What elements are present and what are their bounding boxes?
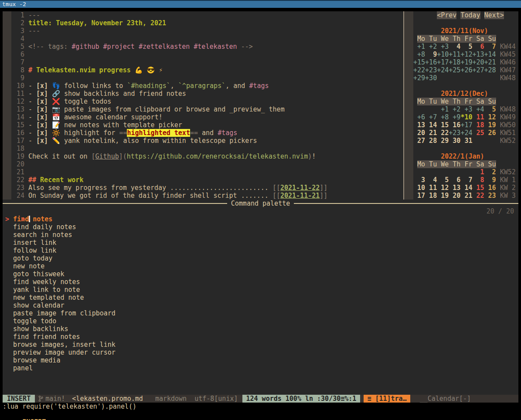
palette-prompt[interactable]: > 20 / 20	[3, 207, 518, 215]
palette-item[interactable]: browse images, insert link	[3, 341, 518, 349]
editor-line[interactable]: 21	[3, 168, 403, 176]
calendar-day[interactable]: +3	[437, 43, 449, 51]
calendar-day[interactable]: 30	[449, 137, 460, 145]
calendar-day[interactable]: 12	[484, 113, 496, 121]
calendar-day[interactable]: +13	[472, 51, 484, 58]
calendar-today-button[interactable]: Today	[460, 11, 480, 19]
editor-line[interactable]: 13- [x] 📷 paste images from clipboard or…	[3, 105, 403, 113]
calendar-day[interactable]: +4	[472, 105, 484, 113]
editor-line[interactable]: 6	[3, 51, 403, 58]
calendar-day[interactable]: 21	[460, 192, 472, 200]
editor-line[interactable]: 16- [x] 🔆 highlight for ==highlighted te…	[3, 129, 403, 137]
calendar-day[interactable]: +2	[449, 105, 460, 113]
calendar-day[interactable]: 10	[413, 184, 425, 192]
calendar-day[interactable]: +22	[413, 66, 425, 74]
command-palette-window[interactable]: Command palette > 20 / 20 > find notes f…	[3, 200, 518, 395]
note-link[interactable]: 2021-11-22	[280, 184, 320, 192]
command-line[interactable]: :lua require('telekasten').panel()	[3, 403, 518, 410]
palette-item[interactable]: find friend notes	[3, 333, 518, 341]
calendar-day[interactable]: 25	[472, 129, 484, 137]
editor-line[interactable]: 22## Recent work	[3, 176, 403, 184]
calendar-window[interactable]: <Prev Today Next> 2021/11(Nov) Mo Tu We …	[404, 11, 518, 200]
calendar-day[interactable]: 5	[437, 176, 449, 184]
tab-indicator[interactable]: ≡ [11]tra…	[364, 395, 410, 403]
calendar-day[interactable]: 15	[437, 121, 449, 129]
calendar-day[interactable]: 8	[472, 176, 484, 184]
calendar-day[interactable]: +9	[449, 113, 460, 121]
calendar-day[interactable]: 2	[484, 168, 496, 176]
calendar-day[interactable]: 17	[413, 192, 425, 200]
calendar-day[interactable]: +14	[484, 51, 496, 58]
calendar-day[interactable]: +17	[437, 58, 449, 66]
palette-item[interactable]: browse media	[3, 356, 518, 364]
calendar-day[interactable]: 14	[425, 121, 437, 129]
palette-item[interactable]: yank link to note	[3, 286, 518, 294]
editor-line[interactable]: 23Also see my progress from yesterday ..…	[3, 184, 403, 192]
editor-line[interactable]: 4	[3, 35, 403, 43]
palette-item[interactable]: goto thisweek	[3, 270, 518, 278]
calendar-day[interactable]: 29	[437, 137, 449, 145]
calendar-day[interactable]: +21	[484, 58, 496, 66]
calendar-day[interactable]: 21	[425, 129, 437, 137]
calendar-day[interactable]: +18	[449, 58, 460, 66]
calendar-day[interactable]: *10	[460, 113, 472, 121]
inactive-window-label[interactable]: __Calendar[-]	[420, 395, 471, 403]
calendar-day[interactable]: 7	[484, 43, 496, 51]
calendar-day[interactable]: +24	[460, 129, 472, 137]
note-link[interactable]: Github	[95, 152, 119, 160]
palette-item[interactable]: search in notes	[3, 231, 518, 239]
calendar-day[interactable]: +8	[437, 113, 449, 121]
palette-item[interactable]: show calendar	[3, 301, 518, 309]
calendar-day[interactable]: +28	[484, 66, 496, 74]
calendar-day[interactable]: 12	[437, 184, 449, 192]
calendar-day[interactable]: +17	[460, 121, 472, 129]
palette-item[interactable]: panel	[3, 364, 518, 372]
palette-item[interactable]: paste image from clipboard	[3, 309, 518, 317]
palette-item[interactable]: new note	[3, 262, 518, 270]
calendar-day[interactable]: 18	[472, 121, 484, 129]
editor-line[interactable]: 20	[3, 160, 403, 168]
calendar-next-button[interactable]: Next>	[484, 11, 504, 19]
calendar-day[interactable]: 1	[472, 168, 484, 176]
editor-line[interactable]: 15- [x] 📝 new notes with template picker	[3, 121, 403, 129]
editor-line[interactable]: 3---	[3, 27, 403, 35]
palette-item[interactable]: find daily notes	[3, 223, 518, 231]
editor-line[interactable]: 7	[3, 58, 403, 66]
calendar-day[interactable]: 5	[484, 105, 496, 113]
calendar-day[interactable]: 9	[425, 51, 437, 58]
editor-line[interactable]: 8# Telekasten.nvim progress 💪 😎 ⚡	[3, 66, 403, 74]
editor-line[interactable]: 5<!-- tags: #github #project #zettelkast…	[3, 43, 403, 51]
palette-item[interactable]: preview image under cursor	[3, 349, 518, 356]
editor-line[interactable]: 19Check it out on [Github](https://githu…	[3, 152, 403, 160]
calendar-day[interactable]: 5	[460, 43, 472, 51]
calendar-day[interactable]: +3	[460, 105, 472, 113]
calendar-day[interactable]: 6	[472, 43, 484, 51]
editor-window[interactable]: 1---2title: Tuesday, November 23th, 2021…	[3, 11, 403, 200]
calendar-day[interactable]: 15	[472, 184, 484, 192]
editor-line[interactable]: 9	[3, 74, 403, 82]
editor-line[interactable]: 14- [x] 📅 awesome calendar support!	[3, 113, 403, 121]
calendar-day[interactable]: 19	[484, 121, 496, 129]
palette-item[interactable]: insert link	[3, 239, 518, 247]
calendar-day[interactable]: +24	[437, 66, 449, 74]
calendar-day[interactable]: 16	[484, 184, 496, 192]
calendar-prev-button[interactable]: <Prev	[437, 11, 456, 19]
calendar-day[interactable]: +15	[413, 58, 425, 66]
calendar-day[interactable]: +26	[460, 66, 472, 74]
calendar-day[interactable]: 11	[425, 184, 437, 192]
palette-item[interactable]: find weekly notes	[3, 278, 518, 286]
calendar-day[interactable]: 23	[484, 192, 496, 200]
calendar-day[interactable]: +12	[460, 51, 472, 58]
calendar-day[interactable]: +6	[413, 113, 425, 121]
note-link[interactable]: 2021-11-21	[280, 192, 320, 200]
editor-line[interactable]: 2title: Tuesday, November 23th, 2021	[3, 19, 403, 27]
palette-item[interactable]: goto today	[3, 254, 518, 262]
calendar-day[interactable]: 3	[413, 176, 425, 184]
calendar-day[interactable]: 18	[425, 192, 437, 200]
calendar-day[interactable]: +10	[437, 51, 449, 58]
calendar-day[interactable]: 20	[413, 129, 425, 137]
palette-item[interactable]: show backlinks	[3, 325, 518, 333]
editor-line[interactable]: 10- [x] 👣 follow links to `#headings`, `…	[3, 82, 403, 90]
calendar-day[interactable]: 16	[449, 121, 460, 129]
calendar-day[interactable]: 4	[449, 43, 460, 51]
